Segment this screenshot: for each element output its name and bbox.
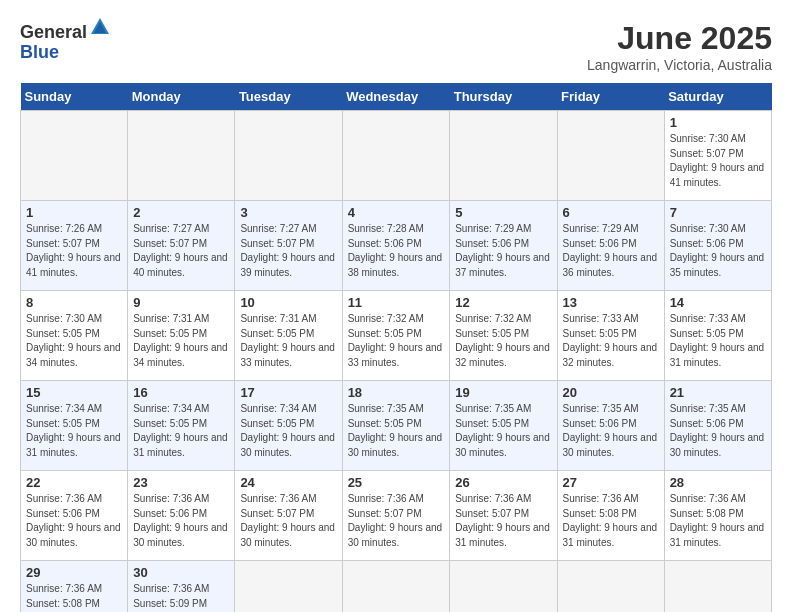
- day-info: Sunrise: 7:28 AMSunset: 5:06 PMDaylight:…: [348, 222, 445, 280]
- day-number: 14: [670, 295, 766, 310]
- day-info: Sunrise: 7:36 AMSunset: 5:09 PMDaylight:…: [133, 582, 229, 612]
- calendar-cell: 12Sunrise: 7:32 AMSunset: 5:05 PMDayligh…: [450, 291, 557, 381]
- day-info: Sunrise: 7:36 AMSunset: 5:07 PMDaylight:…: [455, 492, 551, 550]
- day-info: Sunrise: 7:36 AMSunset: 5:07 PMDaylight:…: [348, 492, 445, 550]
- day-info: Sunrise: 7:33 AMSunset: 5:05 PMDaylight:…: [670, 312, 766, 370]
- day-info: Sunrise: 7:34 AMSunset: 5:05 PMDaylight:…: [26, 402, 122, 460]
- day-number: 23: [133, 475, 229, 490]
- day-info: Sunrise: 7:35 AMSunset: 5:06 PMDaylight:…: [563, 402, 659, 460]
- calendar-cell: [450, 561, 557, 613]
- logo-blue: Blue: [20, 42, 59, 62]
- day-info: Sunrise: 7:36 AMSunset: 5:06 PMDaylight:…: [133, 492, 229, 550]
- calendar-cell: 7Sunrise: 7:30 AMSunset: 5:06 PMDaylight…: [664, 201, 771, 291]
- calendar-cell: [342, 561, 450, 613]
- day-number: 21: [670, 385, 766, 400]
- logo: General Blue: [20, 20, 111, 63]
- day-number: 11: [348, 295, 445, 310]
- day-number: 17: [240, 385, 336, 400]
- day-number: 13: [563, 295, 659, 310]
- day-info: Sunrise: 7:35 AMSunset: 5:05 PMDaylight:…: [455, 402, 551, 460]
- day-number: 8: [26, 295, 122, 310]
- day-number: 1: [670, 115, 766, 130]
- calendar-cell: 1Sunrise: 7:26 AMSunset: 5:07 PMDaylight…: [21, 201, 128, 291]
- logo-general: General: [20, 22, 87, 42]
- calendar-cell: [557, 561, 664, 613]
- col-header-tuesday: Tuesday: [235, 83, 342, 111]
- calendar-cell: [235, 561, 342, 613]
- calendar-table: SundayMondayTuesdayWednesdayThursdayFrid…: [20, 83, 772, 612]
- month-title: June 2025: [587, 20, 772, 57]
- day-number: 10: [240, 295, 336, 310]
- calendar-header-row: SundayMondayTuesdayWednesdayThursdayFrid…: [21, 83, 772, 111]
- day-number: 12: [455, 295, 551, 310]
- day-number: 18: [348, 385, 445, 400]
- day-number: 3: [240, 205, 336, 220]
- calendar-cell: 29Sunrise: 7:36 AMSunset: 5:08 PMDayligh…: [21, 561, 128, 613]
- calendar-cell: 14Sunrise: 7:33 AMSunset: 5:05 PMDayligh…: [664, 291, 771, 381]
- day-number: 27: [563, 475, 659, 490]
- calendar-cell: [128, 111, 235, 201]
- day-info: Sunrise: 7:36 AMSunset: 5:06 PMDaylight:…: [26, 492, 122, 550]
- calendar-cell: [235, 111, 342, 201]
- calendar-cell: [21, 111, 128, 201]
- col-header-sunday: Sunday: [21, 83, 128, 111]
- day-info: Sunrise: 7:32 AMSunset: 5:05 PMDaylight:…: [348, 312, 445, 370]
- day-number: 24: [240, 475, 336, 490]
- day-info: Sunrise: 7:29 AMSunset: 5:06 PMDaylight:…: [563, 222, 659, 280]
- day-number: 28: [670, 475, 766, 490]
- calendar-cell: [342, 111, 450, 201]
- day-number: 15: [26, 385, 122, 400]
- calendar-week-row: 1Sunrise: 7:26 AMSunset: 5:07 PMDaylight…: [21, 201, 772, 291]
- day-number: 25: [348, 475, 445, 490]
- calendar-cell: 25Sunrise: 7:36 AMSunset: 5:07 PMDayligh…: [342, 471, 450, 561]
- calendar-cell: 6Sunrise: 7:29 AMSunset: 5:06 PMDaylight…: [557, 201, 664, 291]
- day-number: 7: [670, 205, 766, 220]
- day-number: 22: [26, 475, 122, 490]
- logo-icon: [89, 16, 111, 38]
- day-info: Sunrise: 7:27 AMSunset: 5:07 PMDaylight:…: [240, 222, 336, 280]
- calendar-week-row: 22Sunrise: 7:36 AMSunset: 5:06 PMDayligh…: [21, 471, 772, 561]
- col-header-saturday: Saturday: [664, 83, 771, 111]
- day-number: 6: [563, 205, 659, 220]
- day-info: Sunrise: 7:36 AMSunset: 5:08 PMDaylight:…: [26, 582, 122, 612]
- day-info: Sunrise: 7:30 AMSunset: 5:06 PMDaylight:…: [670, 222, 766, 280]
- calendar-cell: 2Sunrise: 7:27 AMSunset: 5:07 PMDaylight…: [128, 201, 235, 291]
- calendar-cell: [664, 561, 771, 613]
- day-info: Sunrise: 7:30 AMSunset: 5:07 PMDaylight:…: [670, 132, 766, 190]
- calendar-cell: [557, 111, 664, 201]
- day-number: 20: [563, 385, 659, 400]
- calendar-cell: 23Sunrise: 7:36 AMSunset: 5:06 PMDayligh…: [128, 471, 235, 561]
- day-number: 2: [133, 205, 229, 220]
- calendar-cell: 1Sunrise: 7:30 AMSunset: 5:07 PMDaylight…: [664, 111, 771, 201]
- day-info: Sunrise: 7:32 AMSunset: 5:05 PMDaylight:…: [455, 312, 551, 370]
- calendar-cell: 19Sunrise: 7:35 AMSunset: 5:05 PMDayligh…: [450, 381, 557, 471]
- calendar-cell: 26Sunrise: 7:36 AMSunset: 5:07 PMDayligh…: [450, 471, 557, 561]
- day-info: Sunrise: 7:36 AMSunset: 5:08 PMDaylight:…: [563, 492, 659, 550]
- calendar-cell: 24Sunrise: 7:36 AMSunset: 5:07 PMDayligh…: [235, 471, 342, 561]
- calendar-cell: 9Sunrise: 7:31 AMSunset: 5:05 PMDaylight…: [128, 291, 235, 381]
- day-info: Sunrise: 7:31 AMSunset: 5:05 PMDaylight:…: [133, 312, 229, 370]
- calendar-cell: 21Sunrise: 7:35 AMSunset: 5:06 PMDayligh…: [664, 381, 771, 471]
- calendar-cell: 3Sunrise: 7:27 AMSunset: 5:07 PMDaylight…: [235, 201, 342, 291]
- calendar-week-row: 1Sunrise: 7:30 AMSunset: 5:07 PMDaylight…: [21, 111, 772, 201]
- calendar-cell: 15Sunrise: 7:34 AMSunset: 5:05 PMDayligh…: [21, 381, 128, 471]
- day-info: Sunrise: 7:26 AMSunset: 5:07 PMDaylight:…: [26, 222, 122, 280]
- calendar-cell: 22Sunrise: 7:36 AMSunset: 5:06 PMDayligh…: [21, 471, 128, 561]
- title-block: June 2025 Langwarrin, Victoria, Australi…: [587, 20, 772, 73]
- calendar-cell: 17Sunrise: 7:34 AMSunset: 5:05 PMDayligh…: [235, 381, 342, 471]
- col-header-wednesday: Wednesday: [342, 83, 450, 111]
- day-number: 16: [133, 385, 229, 400]
- day-info: Sunrise: 7:36 AMSunset: 5:07 PMDaylight:…: [240, 492, 336, 550]
- col-header-friday: Friday: [557, 83, 664, 111]
- day-info: Sunrise: 7:35 AMSunset: 5:06 PMDaylight:…: [670, 402, 766, 460]
- day-info: Sunrise: 7:29 AMSunset: 5:06 PMDaylight:…: [455, 222, 551, 280]
- day-number: 30: [133, 565, 229, 580]
- calendar-week-row: 15Sunrise: 7:34 AMSunset: 5:05 PMDayligh…: [21, 381, 772, 471]
- calendar-cell: [450, 111, 557, 201]
- day-number: 1: [26, 205, 122, 220]
- calendar-cell: 10Sunrise: 7:31 AMSunset: 5:05 PMDayligh…: [235, 291, 342, 381]
- calendar-cell: 30Sunrise: 7:36 AMSunset: 5:09 PMDayligh…: [128, 561, 235, 613]
- calendar-cell: 13Sunrise: 7:33 AMSunset: 5:05 PMDayligh…: [557, 291, 664, 381]
- day-info: Sunrise: 7:36 AMSunset: 5:08 PMDaylight:…: [670, 492, 766, 550]
- day-info: Sunrise: 7:30 AMSunset: 5:05 PMDaylight:…: [26, 312, 122, 370]
